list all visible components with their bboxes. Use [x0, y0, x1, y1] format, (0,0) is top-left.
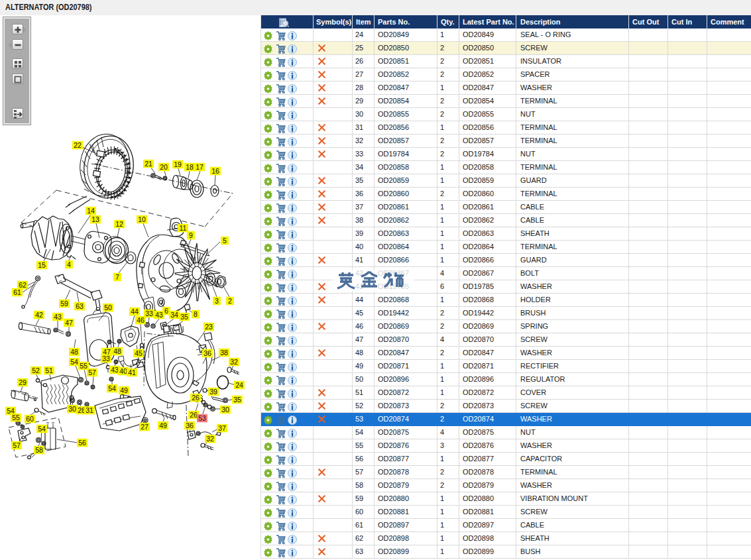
svg-text:49: 49 [120, 386, 128, 394]
svg-text:33: 33 [102, 355, 110, 363]
svg-text:57: 57 [13, 441, 21, 449]
svg-text:43: 43 [111, 366, 119, 374]
svg-text:26: 26 [192, 394, 200, 402]
svg-text:38: 38 [220, 349, 228, 357]
svg-text:50: 50 [104, 304, 112, 311]
svg-text:40: 40 [119, 367, 127, 375]
svg-text:30: 30 [221, 406, 229, 414]
svg-text:27: 27 [141, 423, 148, 431]
svg-text:30: 30 [68, 405, 76, 413]
svg-text:10: 10 [138, 215, 146, 223]
svg-text:26: 26 [190, 411, 198, 419]
svg-text:2: 2 [228, 297, 232, 305]
svg-text:23: 23 [205, 323, 213, 331]
svg-text:41: 41 [128, 368, 136, 376]
svg-text:24: 24 [235, 381, 243, 389]
svg-text:44: 44 [131, 308, 139, 315]
svg-text:36: 36 [186, 421, 194, 429]
svg-text:54: 54 [38, 425, 46, 433]
svg-text:47: 47 [65, 319, 73, 327]
svg-text:58: 58 [35, 446, 43, 454]
svg-text:43: 43 [155, 311, 163, 319]
svg-text:33: 33 [145, 309, 153, 317]
svg-text:15: 15 [38, 261, 46, 269]
svg-text:48: 48 [113, 347, 121, 355]
svg-text:6: 6 [164, 307, 168, 315]
svg-text:20: 20 [160, 163, 168, 171]
svg-text:61: 61 [13, 288, 21, 296]
svg-text:22: 22 [74, 141, 82, 149]
svg-text:5: 5 [223, 237, 227, 245]
svg-text:46: 46 [137, 316, 144, 324]
svg-text:59: 59 [60, 300, 68, 308]
svg-text:4: 4 [67, 260, 71, 268]
svg-text:35: 35 [180, 313, 188, 321]
svg-text:13: 13 [91, 215, 99, 223]
svg-text:52: 52 [32, 366, 40, 374]
svg-text:35: 35 [233, 396, 241, 404]
svg-text:54: 54 [70, 358, 78, 366]
svg-text:18: 18 [186, 163, 194, 171]
svg-text:51: 51 [45, 366, 53, 374]
svg-text:3: 3 [215, 297, 219, 305]
svg-text:54: 54 [108, 384, 116, 392]
svg-text:60: 60 [26, 415, 34, 423]
svg-text:37: 37 [218, 424, 226, 432]
svg-text:63: 63 [76, 302, 84, 310]
svg-text:32: 32 [206, 435, 214, 443]
svg-text:32: 32 [230, 358, 238, 366]
svg-text:48: 48 [70, 348, 78, 356]
svg-text:17: 17 [196, 163, 203, 171]
svg-text:8: 8 [194, 310, 198, 318]
svg-text:29: 29 [19, 378, 27, 386]
svg-text:7: 7 [115, 273, 119, 281]
svg-text:49: 49 [159, 421, 167, 429]
svg-text:36: 36 [203, 349, 211, 357]
svg-text:56: 56 [78, 439, 86, 447]
svg-text:55: 55 [12, 414, 20, 421]
svg-text:45: 45 [135, 349, 143, 357]
svg-text:53: 53 [198, 414, 206, 422]
svg-text:43: 43 [54, 313, 62, 321]
svg-text:39: 39 [209, 388, 217, 396]
svg-text:31: 31 [86, 406, 93, 414]
svg-text:12: 12 [115, 220, 123, 228]
svg-text:11: 11 [180, 224, 187, 232]
svg-text:21: 21 [144, 160, 152, 168]
svg-text:19: 19 [174, 160, 182, 168]
svg-text:16: 16 [211, 167, 219, 175]
svg-text:9: 9 [189, 231, 193, 239]
svg-text:34: 34 [170, 311, 178, 319]
svg-text:14: 14 [87, 207, 95, 215]
svg-text:55: 55 [80, 362, 87, 370]
svg-text:57: 57 [88, 368, 96, 376]
svg-text:42: 42 [35, 311, 43, 319]
